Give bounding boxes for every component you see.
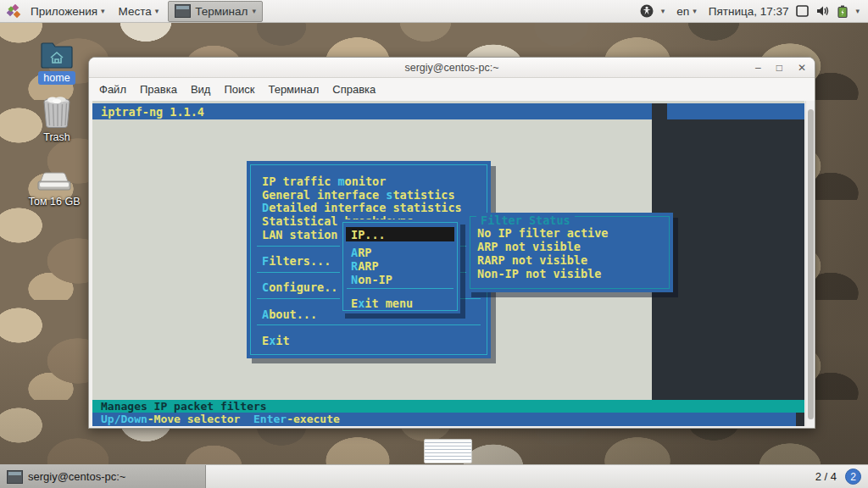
menu-file[interactable]: Файл [99,83,126,96]
menu-item-configure[interactable]: Configure... [262,280,345,294]
menu-item-general-interface-statistics[interactable]: General interface statistics [262,188,455,202]
menu-item-about[interactable]: About... [262,308,317,321]
menu-terminal[interactable]: Терминал [268,83,319,96]
taskbar-item-label: sergiy@centos-pc:~ [28,470,125,483]
workspace-indicator: 2 / 4 [815,470,837,483]
taskbar-item-terminal[interactable]: sergiy@centos-pc:~ [0,465,206,488]
status-text: Manages IP packet filters [101,400,267,413]
cursor-block [796,413,804,426]
menu-edit[interactable]: Правка [140,83,177,96]
iptraf-key-help-bar: Up/Down-Move selector Enter-execute [92,413,804,426]
terminal-menu-label: Терминал [195,5,248,18]
filter-status-row: RARP not visible [477,253,587,267]
menu-item-detailed-interface-statistics[interactable]: Detailed interface statistics [262,201,462,214]
chevron-down-icon[interactable]: ▾ [855,7,860,15]
clock[interactable]: Пятница, 17:37 [709,5,789,18]
desktop-icon-volume-16gb[interactable]: Том 16 GB [19,169,90,208]
chevron-down-icon: ▾ [252,7,256,15]
window-title: sergiy@centos-pc:~ [405,62,499,74]
submenu-item-rarp[interactable]: RARP [351,259,379,273]
submenu-item-non-ip[interactable]: Non-IP [351,273,392,286]
menu-item-ip-traffic-monitor[interactable]: IP traffic monitor [262,175,386,188]
chevron-down-icon[interactable]: ▾ [661,7,665,15]
key-label: Up/Down [101,413,147,426]
iptraf-header-bar: iptraf-ng 1.1.4 [92,103,804,119]
submenu-item-ip-selected[interactable]: IP... [351,228,386,241]
keyboard-layout-indicator[interactable]: en ▾ [672,3,701,20]
filter-status-row: Non-IP not visible [477,267,601,280]
menu-view[interactable]: Вид [191,83,211,96]
icon-label: Том 16 GB [28,196,80,208]
menu-help[interactable]: Справка [332,83,376,96]
menu-terminal-app[interactable]: Терминал ▾ [168,1,263,22]
menu-separator [257,324,481,325]
menu-applications[interactable]: Приложения ▾ [26,3,109,20]
mini-document-card [424,439,472,463]
menu-search[interactable]: Поиск [224,83,254,96]
top-panel: Приложения ▾ Места ▾ Терминал ▾ ▾ [0,0,868,23]
terminal-screen[interactable]: iptraf-ng 1.1.4 IP traffic monitor Gener… [92,101,804,426]
window-titlebar[interactable]: sergiy@centos-pc:~ – □ ✕ [89,58,815,78]
menu-separator [347,288,453,289]
filter-status-row: ARP not visible [477,240,581,253]
submenu-item-arp[interactable]: ARP [351,246,371,259]
display-icon[interactable] [796,5,809,17]
filter-status-title: Filter Status [476,214,575,227]
maximize-button[interactable]: □ [776,62,782,74]
applications-label: Приложения [31,5,97,18]
desktop: Приложения ▾ Места ▾ Терминал ▾ ▾ [0,0,868,488]
disk-icon [35,169,74,193]
places-label: Места [119,5,152,18]
iptraf-version: iptraf-ng 1.1.4 [101,105,204,119]
chevron-down-icon: ▾ [693,7,697,15]
distro-logo-icon[interactable] [7,4,21,19]
key-label: Enter [253,413,287,426]
iptraf-status-bar: Manages IP packet filters [92,400,804,413]
terminal-icon [175,4,191,18]
header-bar-gap [652,103,667,119]
accessibility-icon[interactable] [640,4,654,18]
terminal-scrollbar[interactable] [805,101,815,426]
bottom-taskbar: sergiy@centos-pc:~ 2 / 4 2 [0,464,868,488]
terminal-dark-area [652,119,804,400]
icon-label: Trash [43,131,70,143]
menu-item-filters[interactable]: Filters... [262,254,331,268]
terminal-menubar: Файл Правка Вид Поиск Терминал Справка [89,78,815,101]
home-folder-icon [40,41,74,69]
language-label: en [676,5,689,18]
minimize-button[interactable]: – [755,62,761,74]
terminal-icon [7,470,23,484]
menu-item-exit[interactable]: Exit [262,334,290,347]
chevron-down-icon: ▾ [155,7,159,15]
trash-icon [39,95,75,129]
terminal-window: sergiy@centos-pc:~ – □ ✕ Файл Правка Вид… [88,57,815,429]
workspace-switcher[interactable]: 2 [845,469,861,485]
iptraf-filter-status-box: Filter Status No IP filter active ARP no… [466,213,673,292]
iptraf-filters-submenu: IP... ARP RARP Non-IP Exit menu [340,219,460,313]
desktop-icon-trash[interactable]: Trash [21,95,92,144]
volume-icon[interactable] [816,5,830,17]
submenu-item-exit-menu[interactable]: Exit menu [351,297,413,310]
battery-icon[interactable] [837,5,848,18]
chevron-down-icon: ▾ [101,7,105,15]
menu-places[interactable]: Места ▾ [114,3,164,20]
scrollbar-thumb[interactable] [808,109,814,419]
icon-label: home [38,71,75,85]
desktop-icon-home[interactable]: home [21,41,92,85]
close-button[interactable]: ✕ [798,62,806,74]
filter-status-row: No IP filter active [477,226,608,240]
key-action: -execute [287,413,340,426]
key-action: -Move selector [147,413,253,426]
